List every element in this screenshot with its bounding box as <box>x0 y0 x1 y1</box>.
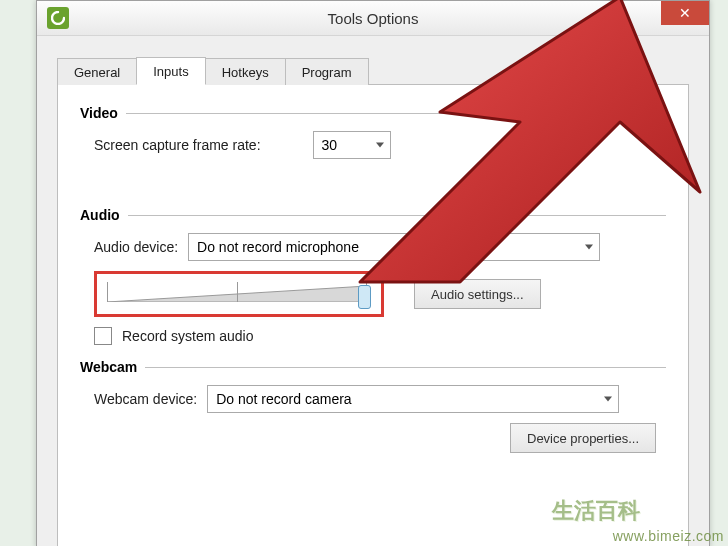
audio-device-row: Audio device: Do not record microphone <box>94 233 666 261</box>
volume-slider[interactable] <box>107 280 367 308</box>
close-icon: ✕ <box>679 5 691 21</box>
webcam-group-label: Webcam <box>80 359 137 375</box>
volume-slider-thumb[interactable] <box>358 285 371 309</box>
titlebar: Tools Options ✕ <box>37 1 709 36</box>
audio-volume-row: Audio settings... <box>94 271 666 317</box>
record-system-audio-label: Record system audio <box>122 328 254 344</box>
webcam-device-value: Do not record camera <box>216 391 351 407</box>
window-title: Tools Options <box>37 10 709 27</box>
divider <box>145 367 666 368</box>
device-properties-button[interactable]: Device properties... <box>510 423 656 453</box>
chevron-down-icon <box>376 143 384 148</box>
record-system-audio-row: Record system audio <box>94 327 666 345</box>
frame-rate-label: Screen capture frame rate: <box>94 137 261 153</box>
record-system-audio-checkbox[interactable] <box>94 327 112 345</box>
app-icon <box>47 7 69 29</box>
audio-device-value: Do not record microphone <box>197 239 359 255</box>
tab-hotkeys[interactable]: Hotkeys <box>205 58 286 85</box>
frame-rate-select[interactable]: 30 <box>313 131 391 159</box>
audio-device-label: Audio device: <box>94 239 178 255</box>
chevron-down-icon <box>585 245 593 250</box>
inputs-panel: Video Screen capture frame rate: 30 Audi… <box>57 85 689 546</box>
audio-device-select[interactable]: Do not record microphone <box>188 233 600 261</box>
webcam-properties-row: Device properties... <box>94 423 656 453</box>
tab-inputs[interactable]: Inputs <box>136 57 205 85</box>
tools-options-window: Tools Options ✕ General Inputs Hotkeys P… <box>36 0 710 546</box>
frame-rate-row: Screen capture frame rate: 30 <box>94 131 666 159</box>
content-area: General Inputs Hotkeys Program Video Scr… <box>37 36 709 546</box>
watermark-cn: 生活百科 <box>552 496 640 526</box>
tabstrip: General Inputs Hotkeys Program <box>57 54 689 85</box>
video-group-label: Video <box>80 105 118 121</box>
tab-program[interactable]: Program <box>285 58 369 85</box>
tab-general[interactable]: General <box>57 58 137 85</box>
divider <box>126 113 666 114</box>
webcam-device-label: Webcam device: <box>94 391 197 407</box>
chevron-down-icon <box>604 397 612 402</box>
divider <box>128 215 666 216</box>
webcam-device-row: Webcam device: Do not record camera <box>94 385 666 413</box>
audio-group-header: Audio <box>80 207 666 223</box>
audio-group-label: Audio <box>80 207 120 223</box>
watermark-url: www.bimeiz.com <box>613 528 724 544</box>
frame-rate-value: 30 <box>322 137 338 153</box>
webcam-group-header: Webcam <box>80 359 666 375</box>
audio-settings-button[interactable]: Audio settings... <box>414 279 541 309</box>
close-button[interactable]: ✕ <box>661 1 709 25</box>
webcam-device-select[interactable]: Do not record camera <box>207 385 619 413</box>
volume-slider-highlight <box>94 271 384 317</box>
video-group-header: Video <box>80 105 666 121</box>
